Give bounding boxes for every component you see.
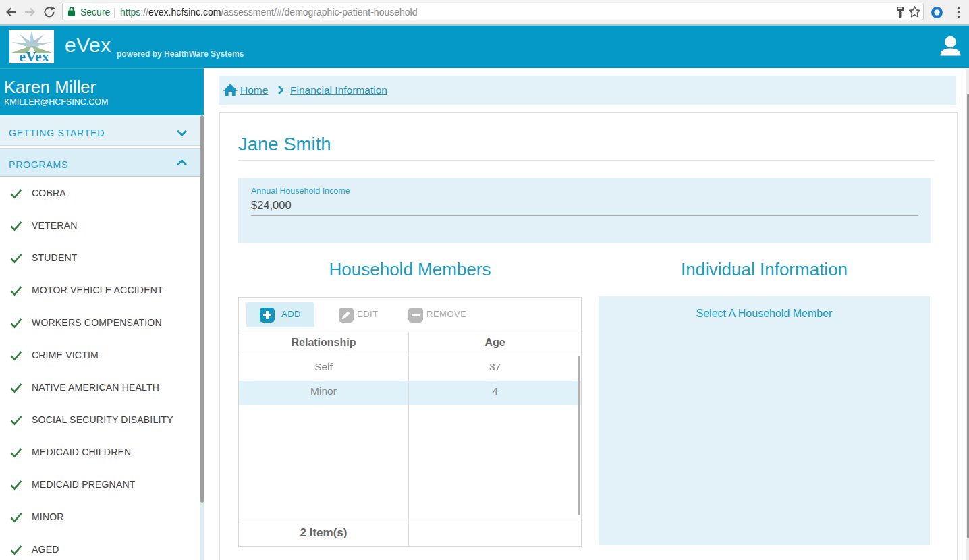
svg-text:eVex: eVex <box>19 48 49 64</box>
